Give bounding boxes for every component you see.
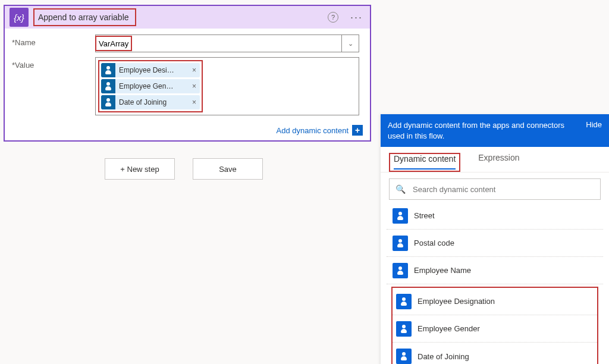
dynamic-header-text: Add dynamic content from the apps and co… (388, 120, 581, 141)
row-name: *Name VarArray ⌄ (12, 34, 363, 52)
row-value: *Value Employee Desi… × Employee Gen… × (12, 57, 363, 115)
add-dynamic-row: Add dynamic content + (5, 124, 370, 140)
step-buttons: + New step Save (105, 158, 263, 180)
token-label: Employee Gen… (119, 82, 187, 90)
remove-token-icon[interactable]: × (191, 82, 197, 90)
more-menu[interactable]: ··· (350, 11, 365, 24)
chevron-down-icon[interactable]: ⌄ (341, 34, 359, 52)
list-item-label: Date of Joining (417, 352, 469, 361)
name-input[interactable]: VarArray (95, 34, 341, 52)
action-body: *Name VarArray ⌄ *Value Employee Desi… × (5, 29, 370, 124)
dynamic-search[interactable]: 🔍 (389, 178, 601, 200)
search-icon: 🔍 (395, 184, 406, 194)
save-button[interactable]: Save (193, 158, 263, 180)
person-icon (101, 63, 115, 77)
name-value: VarArray (99, 39, 128, 48)
list-item-label: Employee Name (414, 266, 471, 275)
new-step-label: + New step (120, 165, 159, 174)
person-icon (393, 208, 408, 224)
dynamic-panel-header: Add dynamic content from the apps and co… (381, 114, 609, 147)
new-step-button[interactable]: + New step (105, 158, 175, 180)
value-token[interactable]: Employee Desi… × (101, 63, 200, 77)
save-label: Save (219, 165, 237, 174)
list-item-label: Street (414, 211, 435, 220)
search-input[interactable] (412, 184, 594, 194)
value-field[interactable]: Employee Desi… × Employee Gen… × Date of… (95, 57, 359, 115)
remove-token-icon[interactable]: × (191, 98, 197, 106)
highlight-list-group: Employee Designation Employee Gender Dat… (391, 287, 598, 364)
list-item-label: Employee Designation (417, 297, 495, 306)
add-dynamic-link[interactable]: Add dynamic content (277, 126, 349, 135)
list-item[interactable]: Employee Designation (393, 288, 597, 315)
add-dynamic-badge-icon[interactable]: + (352, 125, 363, 136)
person-icon (393, 236, 408, 251)
person-icon (396, 321, 412, 337)
name-label: *Name (12, 34, 95, 47)
highlight-active-tab: Dynamic content (389, 153, 460, 172)
tab-expression[interactable]: Expression (477, 153, 520, 172)
tab-dynamic-content[interactable]: Dynamic content (394, 154, 456, 170)
dynamic-list: Street Postal code Employee Name Employe… (381, 202, 609, 364)
action-title: Append to array variable (38, 12, 129, 22)
dynamic-content-panel: Add dynamic content from the apps and co… (381, 114, 609, 364)
remove-token-icon[interactable]: × (191, 66, 197, 74)
list-item[interactable]: Employee Name (387, 257, 603, 284)
person-icon (393, 263, 408, 278)
value-token[interactable]: Employee Gen… × (101, 79, 200, 93)
person-icon (101, 79, 115, 93)
list-item[interactable]: Street (387, 202, 603, 230)
list-item-label: Employee Gender (417, 324, 480, 333)
name-field[interactable]: VarArray ⌄ (95, 34, 359, 52)
person-icon (396, 349, 412, 364)
highlight-name-value: VarArray (95, 36, 132, 51)
action-header[interactable]: {x} Append to array variable ? ··· (5, 6, 370, 29)
person-icon (101, 95, 115, 109)
highlight-value-tokens: Employee Desi… × Employee Gen… × Date of… (98, 60, 203, 112)
help-icon[interactable]: ? (328, 12, 338, 23)
token-label: Date of Joining (119, 98, 187, 106)
value-label: *Value (12, 57, 95, 70)
token-label: Employee Desi… (119, 66, 187, 74)
list-item-label: Postal code (414, 239, 454, 247)
person-icon (396, 294, 412, 309)
list-item[interactable]: Date of Joining (393, 343, 597, 364)
action-card: {x} Append to array variable ? ··· *Name… (4, 5, 371, 142)
variable-icon: {x} (10, 8, 29, 27)
list-item[interactable]: Employee Gender (393, 315, 597, 343)
highlight-title: Append to array variable (33, 8, 136, 26)
value-token[interactable]: Date of Joining × (101, 95, 200, 109)
hide-link[interactable]: Hide (586, 120, 602, 129)
variable-icon-text: {x} (14, 12, 24, 23)
list-item[interactable]: Postal code (387, 230, 603, 257)
dynamic-tabs: Dynamic content Expression (381, 147, 609, 172)
